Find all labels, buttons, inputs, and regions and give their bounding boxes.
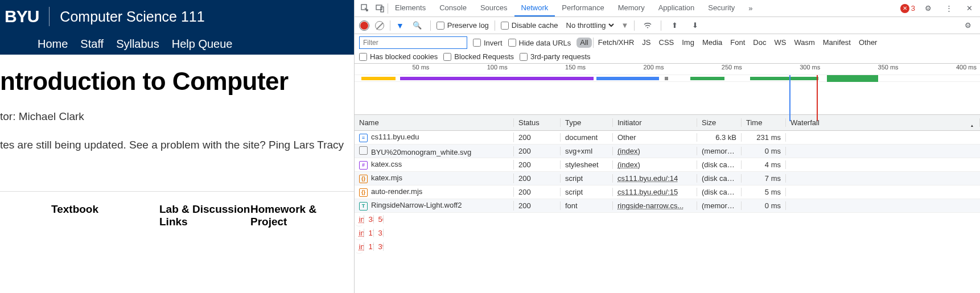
filter-type-js[interactable]: JS xyxy=(639,38,654,48)
initiator-link[interactable]: cs111.byu.edu/:15 xyxy=(617,188,678,196)
record-icon[interactable] xyxy=(359,20,369,31)
nav-syllabus[interactable]: Syllabus xyxy=(116,38,159,51)
course-title[interactable]: Computer Science 111 xyxy=(60,9,204,25)
filter-input[interactable] xyxy=(359,36,467,49)
filter-type-wasm[interactable]: Wasm xyxy=(790,38,818,48)
timeline-tick: 50 ms xyxy=(355,64,433,75)
byu-logo[interactable]: BYU xyxy=(5,7,39,26)
js-file-icon: {} xyxy=(359,188,368,197)
tab-console[interactable]: Console xyxy=(433,0,473,16)
initiator-link[interactable]: (index) xyxy=(617,147,640,155)
col-time[interactable]: Time xyxy=(742,118,786,127)
network-grid: Name Status Type Initiator Size Time Wat… xyxy=(355,115,980,293)
filter-type-ws[interactable]: WS xyxy=(771,38,789,48)
hide-urls-checkbox[interactable]: Hide data URLs xyxy=(508,39,571,47)
throttle-select[interactable]: No throttling xyxy=(564,20,616,30)
tab-performance[interactable]: Performance xyxy=(555,0,611,16)
col-homework: Homework & Project xyxy=(250,203,330,228)
device-icon[interactable] xyxy=(375,3,385,14)
initiator-link[interactable]: inter.css xyxy=(359,242,364,251)
tab-sources[interactable]: Sources xyxy=(473,0,514,16)
tab-network[interactable]: Network xyxy=(514,0,555,16)
close-icon[interactable]: ✕ xyxy=(964,3,974,14)
filter-type-all[interactable]: All xyxy=(577,38,591,48)
nav-home[interactable]: Home xyxy=(38,38,68,51)
instructor-line: tor: Michael Clark xyxy=(0,110,354,123)
third-party-checkbox[interactable]: 3rd-party requests xyxy=(520,52,591,61)
filter-type-media[interactable]: Media xyxy=(699,38,726,48)
more-tabs[interactable]: » xyxy=(742,1,759,16)
site-header: BYU Computer Science 111 HomeStaffSyllab… xyxy=(0,0,354,55)
inspect-icon[interactable] xyxy=(360,3,370,14)
tab-application[interactable]: Application xyxy=(652,0,702,16)
filter-type-fetch-xhr[interactable]: Fetch/XHR xyxy=(595,38,638,48)
initiator-link[interactable]: inter.css xyxy=(359,229,364,237)
update-note: tes are still being updated. See a probl… xyxy=(0,139,354,151)
tab-elements[interactable]: Elements xyxy=(388,0,433,16)
site-nav: HomeStaffSyllabusHelp Queue xyxy=(5,26,354,51)
js-file-icon: {} xyxy=(359,175,368,183)
filter-type-other[interactable]: Other xyxy=(855,38,881,48)
col-type[interactable]: Type xyxy=(561,118,613,127)
col-size[interactable]: Size xyxy=(697,118,742,127)
course-page: BYU Computer Science 111 HomeStaffSyllab… xyxy=(0,0,354,293)
kebab-icon[interactable]: ⋮ xyxy=(944,3,954,14)
tab-security[interactable]: Security xyxy=(701,0,742,16)
download-icon[interactable]: ⬇ xyxy=(690,20,700,31)
nav-staff[interactable]: Staff xyxy=(80,38,104,51)
network-row[interactable]: #katex.css200stylesheet(index)(disk cach… xyxy=(355,158,980,172)
network-row[interactable]: TRingsideNarrow-Light.woff2200fontringsi… xyxy=(355,199,980,213)
timeline-overview[interactable]: 50 ms100 ms150 ms200 ms250 ms300 ms350 m… xyxy=(355,64,980,115)
network-row[interactable]: TInter.var.woff2?v=3.19404fontinter.css3… xyxy=(355,213,364,226)
filter-icon[interactable]: ▼ xyxy=(396,21,404,30)
network-row[interactable]: TInter-italic.var.woff2?v=3.19500fontint… xyxy=(355,240,364,254)
timeline-tick: 200 ms xyxy=(589,64,667,75)
settings-icon[interactable]: ⚙ xyxy=(963,20,973,31)
timeline-tick: 350 ms xyxy=(823,64,901,75)
sort-icon: ▲ xyxy=(969,123,975,127)
network-row[interactable]: ≡cs111.byu.edu200documentOther6.3 kB231 … xyxy=(355,131,980,145)
page-heading: ntroduction to Computer xyxy=(0,67,354,96)
filter-type-manifest[interactable]: Manifest xyxy=(820,38,854,48)
search-icon[interactable]: 🔍 xyxy=(412,20,422,31)
disable-cache-checkbox[interactable]: Disable cache xyxy=(501,21,558,30)
resource-headers: Textbook Lab & Discussion Links Homework… xyxy=(0,191,354,228)
img-file-icon xyxy=(359,146,368,155)
invert-checkbox[interactable]: Invert xyxy=(473,39,503,47)
filter-type-font[interactable]: Font xyxy=(727,38,748,48)
wifi-icon[interactable] xyxy=(643,20,653,31)
network-toolbar: ▼ 🔍 Preserve log Disable cache No thrott… xyxy=(355,17,980,34)
fnt-file-icon: T xyxy=(359,202,368,211)
clear-icon[interactable] xyxy=(375,21,384,30)
col-status[interactable]: Status xyxy=(514,118,561,127)
initiator-link[interactable]: ringside-narrow.cs... xyxy=(617,201,683,210)
filter-type-doc[interactable]: Doc xyxy=(750,38,769,48)
initiator-link[interactable]: cs111.byu.edu/:14 xyxy=(617,174,678,183)
col-name[interactable]: Name xyxy=(355,118,514,127)
preserve-log-checkbox[interactable]: Preserve log xyxy=(437,21,489,30)
gear-icon[interactable]: ⚙ xyxy=(923,3,933,14)
blocked-cookies-checkbox[interactable]: Has blocked cookies xyxy=(359,52,438,61)
css-file-icon: # xyxy=(359,161,368,170)
col-initiator[interactable]: Initiator xyxy=(613,118,697,127)
network-row[interactable]: {}auto-render.mjs200scriptcs111.byu.edu/… xyxy=(355,185,980,199)
filter-type-img[interactable]: Img xyxy=(678,38,698,48)
initiator-link[interactable]: inter.css xyxy=(359,215,364,224)
initiator-link[interactable]: (index) xyxy=(617,160,640,169)
timeline-tick: 400 ms xyxy=(902,64,980,75)
network-row[interactable]: TInter-roman.var.woff2?v=3.19500fontinte… xyxy=(355,226,364,240)
dropdown-icon[interactable]: ▼ xyxy=(621,21,629,30)
col-waterfall[interactable]: Waterfall▲ xyxy=(786,118,980,127)
network-row[interactable]: {}katex.mjs200scriptcs111.byu.edu/:14(di… xyxy=(355,172,980,185)
timeline-tick: 150 ms xyxy=(511,64,589,75)
error-badge[interactable]: ✕3 xyxy=(900,4,915,13)
tab-memory[interactable]: Memory xyxy=(611,0,652,16)
nav-help-queue[interactable]: Help Queue xyxy=(172,38,233,51)
timeline-tick: 100 ms xyxy=(433,64,510,75)
blocked-requests-checkbox[interactable]: Blocked Requests xyxy=(443,52,514,61)
upload-icon[interactable]: ⬆ xyxy=(669,20,680,31)
col-textbook: Textbook xyxy=(0,203,159,228)
filter-type-css[interactable]: CSS xyxy=(656,38,678,48)
network-row[interactable]: BYU%20monogram_white.svg200svg+xml(index… xyxy=(355,145,980,158)
initiator-link: Other xyxy=(617,133,636,142)
